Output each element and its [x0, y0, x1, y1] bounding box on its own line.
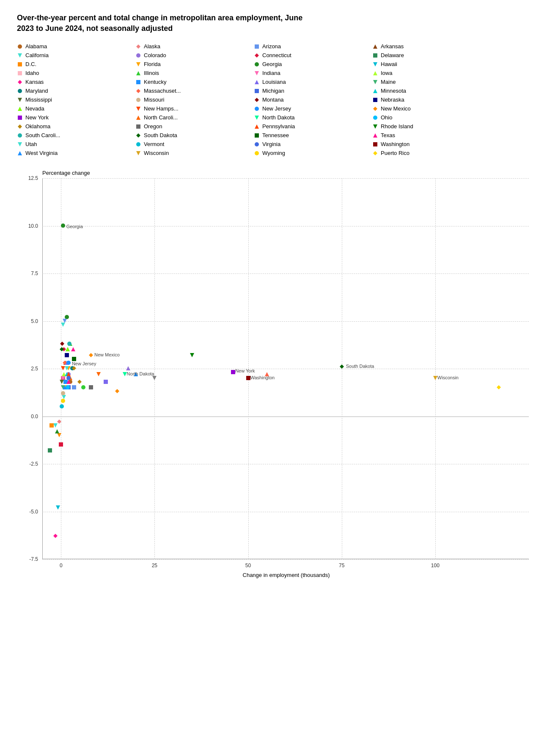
legend-symbol	[372, 61, 378, 67]
data-point	[66, 375, 71, 382]
legend-item: Arizona	[254, 42, 372, 50]
legend-symbol	[372, 70, 378, 76]
x-tick-label: 75	[339, 563, 344, 568]
svg-marker-11	[373, 62, 377, 66]
grid-line	[42, 464, 529, 464]
legend-symbol	[254, 79, 260, 85]
svg-marker-48	[18, 151, 22, 155]
legend-label: South Caroli...	[25, 132, 60, 138]
legend-item: Iowa	[372, 69, 491, 77]
svg-marker-51	[373, 151, 377, 155]
svg-rect-32	[18, 116, 22, 120]
legend-label: Connecticut	[262, 52, 291, 58]
data-point	[53, 533, 58, 540]
legend-label: Arkansas	[381, 43, 404, 50]
legend-item: Maryland	[17, 87, 135, 95]
legend-symbol	[372, 97, 378, 103]
legend-symbol	[372, 132, 378, 138]
legend-item: Arkansas	[372, 42, 491, 50]
svg-rect-100	[72, 357, 76, 361]
data-label: Georgia	[66, 224, 83, 229]
legend-symbol	[135, 106, 141, 112]
chart-container: Percentage change -7.5-5.0-2.50.02.55.07…	[17, 170, 530, 578]
legend-item: D.C.	[17, 60, 135, 68]
svg-point-116	[81, 385, 85, 389]
data-point	[88, 384, 93, 392]
legend-label: Kansas	[25, 79, 44, 85]
legend-symbol	[135, 150, 141, 156]
legend-label: South Dakota	[144, 132, 177, 138]
legend-item: Hawaii	[372, 60, 491, 68]
data-point	[62, 317, 67, 325]
legend-item: Illinois	[135, 69, 254, 77]
legend-label: Maryland	[25, 88, 48, 94]
legend-label: Delaware	[381, 52, 404, 58]
legend-label: Louisiana	[262, 79, 286, 85]
legend-item: Colorado	[135, 51, 254, 59]
legend-item: West Virginia	[17, 149, 135, 157]
legend-item: Virginia	[254, 140, 372, 148]
svg-rect-22	[255, 89, 259, 93]
legend-item: Massachuset...	[135, 87, 254, 95]
legend-item: Maine	[372, 78, 491, 86]
legend-label: Virginia	[262, 141, 280, 147]
svg-marker-15	[373, 71, 377, 75]
legend-symbol	[17, 88, 23, 94]
svg-point-30	[255, 107, 259, 111]
svg-rect-106	[246, 376, 250, 380]
x-tick-label: 25	[152, 563, 157, 568]
x-tick-label: 0	[60, 563, 63, 568]
legend-symbol	[254, 61, 260, 67]
legend-symbol	[135, 44, 141, 50]
legend-symbol	[372, 79, 378, 85]
svg-point-10	[255, 62, 259, 66]
chart-area: -7.5-5.0-2.50.02.55.07.510.012.502550751…	[42, 178, 517, 559]
data-label: North Dakota	[127, 371, 154, 376]
data-point	[77, 378, 82, 386]
legend-label: Florida	[144, 61, 161, 67]
svg-rect-2	[255, 44, 259, 49]
svg-marker-94	[72, 366, 76, 370]
svg-rect-37	[136, 124, 140, 129]
legend-label: Minnesota	[381, 88, 406, 94]
grid-line	[42, 417, 529, 417]
svg-marker-124	[63, 319, 67, 323]
svg-marker-117	[77, 380, 82, 384]
svg-rect-8	[18, 62, 22, 66]
svg-rect-54	[72, 385, 76, 389]
legend-symbol	[17, 70, 23, 76]
legend-label: Wyoming	[262, 150, 285, 156]
legend-label: Michigan	[262, 88, 284, 94]
legend-item: Utah	[17, 140, 135, 148]
legend-item: Georgia	[254, 60, 372, 68]
grid-line	[42, 226, 529, 226]
y-tick-label: 10.0	[28, 223, 38, 229]
svg-marker-68	[56, 505, 60, 510]
legend-label: New Mexico	[381, 105, 411, 112]
y-tick-label: -5.0	[29, 509, 38, 515]
svg-marker-18	[255, 80, 259, 84]
svg-marker-29	[136, 107, 140, 111]
svg-marker-41	[136, 133, 140, 138]
y-tick-label: 5.0	[31, 318, 38, 324]
svg-point-40	[18, 133, 22, 138]
svg-marker-14	[255, 71, 259, 75]
legend-item: Nevada	[17, 105, 135, 113]
svg-marker-92	[123, 372, 127, 376]
legend-symbol	[254, 141, 260, 147]
legend-symbol	[372, 124, 378, 130]
svg-point-50	[255, 151, 259, 155]
legend-label: Tennessee	[262, 132, 289, 138]
legend-label: Puerto Rico	[381, 150, 410, 156]
svg-marker-24	[18, 98, 22, 102]
legend-item: South Caroli...	[17, 131, 135, 139]
data-point	[49, 422, 54, 430]
data-point	[58, 441, 63, 449]
svg-marker-108	[433, 376, 437, 380]
legend-item: Rhode Island	[372, 122, 491, 130]
svg-marker-97	[190, 353, 194, 357]
legend-symbol	[135, 97, 141, 103]
legend-item: Tennessee	[254, 131, 372, 139]
legend-item: California	[17, 51, 135, 59]
legend-label: Alaska	[144, 43, 160, 50]
